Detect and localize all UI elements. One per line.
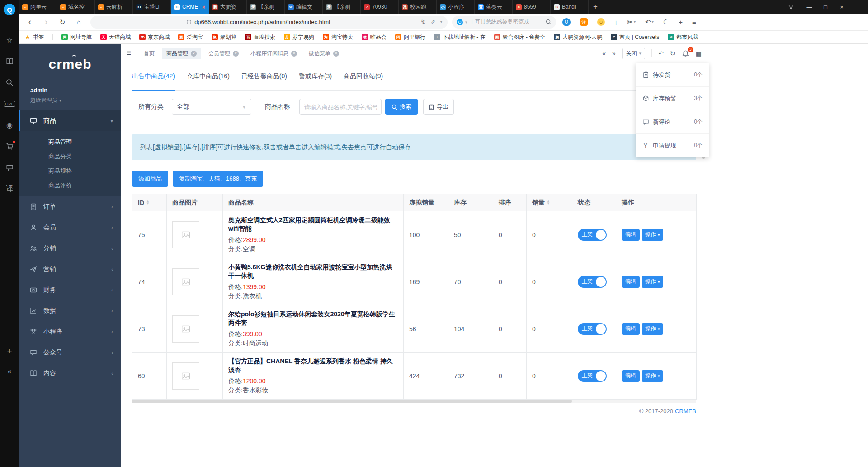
back-icon[interactable]: ‹ <box>22 17 38 27</box>
browser-tab[interactable]: 小小程序 <box>437 0 475 14</box>
bookmark-item[interactable]: M都市风我 <box>668 33 698 41</box>
browser-tab[interactable]: BT宝塔Li <box>133 0 171 14</box>
close-tags-dropdown[interactable]: 关闭▾ <box>622 48 646 59</box>
scroll-tags-left-icon[interactable]: « <box>602 50 606 57</box>
product-image[interactable] <box>172 268 199 295</box>
sort-value[interactable]: 0 <box>499 231 502 238</box>
translate-icon[interactable]: 译 <box>5 184 14 193</box>
ad-filter-icon[interactable] <box>783 0 798 14</box>
admin-role[interactable]: 超级管理员▾ <box>30 96 121 104</box>
undo-icon[interactable]: ↶ <box>658 50 664 57</box>
status-toggle[interactable]: 上架 <box>578 323 607 335</box>
product-title[interactable]: 奥克斯空调立式大2匹家用定频圆筒柜机空调冷暖二级能效wifi智能 <box>228 216 398 233</box>
sidebar-item-official-account[interactable]: 公众号‹ <box>19 342 121 363</box>
tab-soldout[interactable]: 已经售馨商品(0) <box>241 72 287 90</box>
sidebar-item-finance[interactable]: 财务‹ <box>19 280 121 300</box>
notifications-bell-icon[interactable]: 3 <box>682 50 689 57</box>
search-icon[interactable] <box>5 78 14 87</box>
bookmark-item[interactable]: 聚聚划算 <box>212 33 236 41</box>
sidebar-item-goods-review[interactable]: 商品评价 <box>19 178 121 193</box>
history-icon[interactable]: ↶▾ <box>645 18 654 26</box>
tag-close-icon[interactable]: × <box>291 51 297 57</box>
home-icon[interactable]: ⌂ <box>71 18 87 26</box>
sidebar-item-data[interactable]: 数据‹ <box>19 300 121 321</box>
sidebar-item-content[interactable]: 内容‹ <box>19 363 121 384</box>
edit-button[interactable]: 编辑 <box>622 276 640 288</box>
sidebar-item-goods-category[interactable]: 商品分类 <box>19 149 121 164</box>
browser-tab[interactable]: 跑校园跑 <box>399 0 437 14</box>
edit-button[interactable]: 编辑 <box>622 229 640 241</box>
tag-close-icon[interactable]: × <box>333 51 339 57</box>
product-image[interactable] <box>172 362 199 390</box>
browser-logo-icon[interactable]: Q <box>4 4 15 15</box>
chevron-down-icon[interactable]: ▾ <box>465 20 467 24</box>
bookmark-item[interactable]: JD京东商城 <box>139 33 170 41</box>
stock-value[interactable]: 732 <box>454 372 464 380</box>
forward-icon[interactable]: › <box>38 17 54 27</box>
sticker-icon[interactable]: ☺ <box>597 18 605 26</box>
more-actions-button[interactable]: 操作▾ <box>642 276 664 288</box>
download-icon[interactable]: ↓ <box>614 18 618 26</box>
goods-name-input[interactable] <box>299 99 382 115</box>
bookmark-item[interactable]: 唯唯品会 <box>362 33 387 41</box>
sidebar-item-distribution[interactable]: 分销‹ <box>19 238 121 259</box>
refresh-icon[interactable]: ↻ <box>54 18 71 26</box>
stock-value[interactable]: 50 <box>454 231 461 238</box>
sidebar-item-miniprogram[interactable]: 小程序‹ <box>19 321 121 342</box>
tab-recycle-bin[interactable]: 商品回收站(9) <box>344 72 383 90</box>
collapse-menu-icon[interactable]: ≡ <box>127 49 139 58</box>
product-image[interactable] <box>172 315 199 343</box>
virtual-sales-value[interactable]: 100 <box>409 231 420 238</box>
browser-tab[interactable]: 亲【亲测 <box>323 0 361 14</box>
virtual-sales-value[interactable]: 56 <box>409 325 416 333</box>
browser-tab-active[interactable]: CCRME× <box>171 0 209 14</box>
browser-tab[interactable]: -云解析 <box>95 0 133 14</box>
url-text[interactable]: dp666.wobbt.com/index.php/admin/Index/in… <box>194 19 330 25</box>
more-actions-button[interactable]: 操作▾ <box>642 229 664 241</box>
bookmark-item[interactable]: ↓下载地址解析 - 在 <box>434 33 486 41</box>
sort-icon[interactable]: ▲▼ <box>547 200 550 205</box>
status-toggle[interactable]: 上架 <box>578 229 607 241</box>
reading-book-icon[interactable] <box>5 57 14 66</box>
browser-tab[interactable]: -域名控 <box>57 0 95 14</box>
notif-item-stock-warning[interactable]: 库存预警3个 <box>636 87 709 110</box>
tag-close-icon[interactable]: × <box>191 51 197 57</box>
site-info-icon[interactable] <box>186 19 192 25</box>
night-mode-icon[interactable]: ☾ <box>663 18 669 26</box>
product-title[interactable]: 【官方正品】CHANEL 香奈儿邂逅系列香水 粉色柔情 持久淡香 <box>228 357 398 374</box>
minimize-button[interactable]: — <box>801 0 817 14</box>
page-tag-goods-manage[interactable]: 商品管理× <box>162 48 201 59</box>
stock-value[interactable]: 70 <box>454 278 461 286</box>
tab-onsale[interactable]: 出售中商品(42) <box>132 72 175 90</box>
tab-close-icon[interactable]: × <box>202 4 205 10</box>
bookmark-item[interactable]: 网网址导航 <box>61 33 92 41</box>
bookmark-item[interactable]: 图聚合图床 - 免费全 <box>494 33 546 41</box>
close-button[interactable]: × <box>834 0 850 14</box>
notif-item-pending-shipment[interactable]: 待发货0个 <box>636 63 709 87</box>
sidebar-item-goods-spec[interactable]: 商品规格 <box>19 164 121 178</box>
sort-value[interactable]: 0 <box>499 278 502 286</box>
browser-tab[interactable]: BBandi <box>551 0 589 14</box>
page-tag-member-manage[interactable]: 会员管理× <box>204 48 243 59</box>
sort-icon[interactable]: ▲▼ <box>146 200 150 205</box>
product-title[interactable]: 小黄鸭5.6KG迷你洗衣机全自动家用波轮宝宝小型加热洗烘干一体机 <box>228 263 398 280</box>
browser-tab[interactable]: W编辑文 <box>285 0 323 14</box>
shopping-cart-icon[interactable] <box>5 142 14 151</box>
user-avatar[interactable]: Q <box>562 18 571 26</box>
edit-button[interactable]: 编辑 <box>622 370 640 382</box>
table-horizontal-scrollbar[interactable] <box>132 400 696 403</box>
virtual-sales-value[interactable]: 424 <box>409 372 420 380</box>
translate-icon[interactable]: 译 <box>580 18 588 26</box>
bookmark-item[interactable]: C首页 | Cosersets <box>611 33 659 41</box>
copy-goods-button[interactable]: 复制淘宝、天猫、1688、京东 <box>173 171 263 187</box>
refresh-icon[interactable]: ↻ <box>670 50 675 57</box>
tab-warehouse[interactable]: 仓库中商品(16) <box>187 72 230 90</box>
quick-search-box[interactable]: Q ▾ 土耳其总统感染奥密克戎 <box>452 16 556 29</box>
search-icon[interactable] <box>546 19 552 25</box>
bookmark-item[interactable]: 苏苏宁易购 <box>284 33 314 41</box>
chevron-down-icon[interactable]: ▾ <box>440 20 442 24</box>
scroll-tags-right-icon[interactable]: » <box>612 50 616 57</box>
sort-value[interactable]: 0 <box>499 372 502 380</box>
speed-mode-icon[interactable]: ↯ <box>420 19 425 25</box>
status-toggle[interactable]: 上架 <box>578 370 607 382</box>
